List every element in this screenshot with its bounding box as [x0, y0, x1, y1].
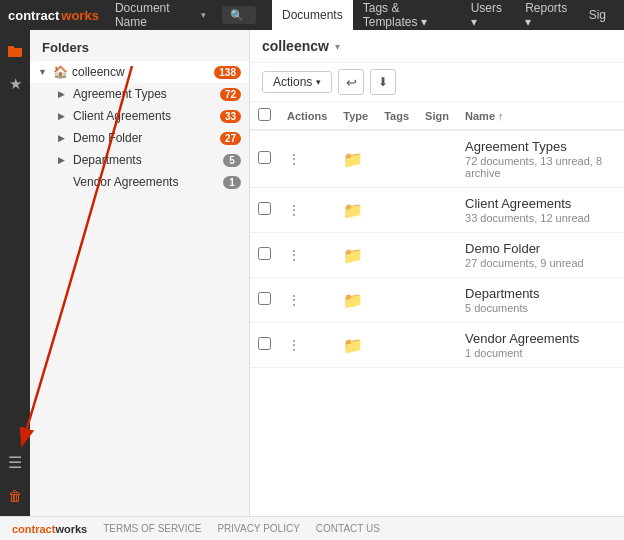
logo: contractworks	[8, 8, 99, 23]
tree-item-departments[interactable]: ▶ Departments 5	[50, 149, 249, 171]
table-row: ⋮ 📁 Client Agreements 33 documents, 12 u…	[250, 188, 624, 233]
row-name-cell[interactable]: Departments 5 documents	[457, 278, 624, 323]
row-sign-cell	[417, 323, 457, 368]
sidebar-wrapper: ★ ☰ 🗑 Folders ▼ 🏠 colle	[0, 30, 250, 516]
table-row: ⋮ 📁 Demo Folder 27 documents, 9 unread	[250, 233, 624, 278]
top-navigation: contractworks Document Name ▾ 🔍 Document…	[0, 0, 624, 30]
tree-badge: 27	[220, 132, 241, 145]
row-type-cell: 📁	[335, 130, 376, 188]
row-name-text: Departments	[465, 286, 616, 301]
row-actions-button[interactable]: ⋮	[287, 337, 302, 353]
row-checkbox-cell	[250, 130, 279, 188]
tree-badge: 72	[220, 88, 241, 101]
row-tags-cell	[376, 233, 417, 278]
row-checkbox-4[interactable]	[258, 337, 271, 350]
main-layout: ★ ☰ 🗑 Folders ▼ 🏠 colle	[0, 30, 624, 516]
select-all-checkbox[interactable]	[258, 108, 271, 121]
nav-users[interactable]: Users ▾	[461, 0, 515, 30]
row-meta-text: 27 documents, 9 unread	[465, 257, 616, 269]
row-actions-button[interactable]: ⋮	[287, 151, 302, 167]
actions-button[interactable]: Actions ▾	[262, 71, 332, 93]
nav-documents[interactable]: Documents	[272, 0, 353, 30]
tree-expand-icon: ▶	[58, 89, 70, 99]
action-bar: Actions ▾ ↩ ⬇	[250, 63, 624, 102]
sidebar-icon-folder[interactable]	[1, 38, 29, 66]
row-checkbox-3[interactable]	[258, 292, 271, 305]
footer: contractworks Terms of Service Privacy P…	[0, 516, 624, 540]
nav-sig[interactable]: Sig	[579, 0, 616, 30]
tree-expand-icon: ▶	[58, 155, 70, 165]
footer-logo-contract: contract	[12, 523, 55, 535]
row-type-cell: 📁	[335, 233, 376, 278]
trash-icon[interactable]: 🗑	[1, 482, 29, 510]
sidebar-header: Folders	[30, 30, 249, 61]
row-checkbox-0[interactable]	[258, 151, 271, 164]
row-actions-cell: ⋮	[279, 130, 335, 188]
tree-label: Demo Folder	[73, 131, 220, 145]
back-icon: ↩	[346, 75, 357, 90]
row-checkbox-cell	[250, 278, 279, 323]
list-icon[interactable]: ☰	[1, 448, 29, 476]
download-button[interactable]: ⬇	[370, 69, 396, 95]
row-meta-text: 1 document	[465, 347, 616, 359]
row-checkbox-1[interactable]	[258, 202, 271, 215]
icon-strip: ★ ☰ 🗑	[0, 30, 30, 516]
table-row: ⋮ 📁 Departments 5 documents	[250, 278, 624, 323]
row-actions-button[interactable]: ⋮	[287, 292, 302, 308]
col-actions-header: Actions	[279, 102, 335, 130]
tree-label: Vendor Agreements	[73, 175, 223, 189]
search-icon: 🔍	[230, 9, 244, 22]
col-check-header	[250, 102, 279, 130]
nav-links: Documents Tags & Templates ▾ Users ▾ Rep…	[272, 0, 616, 30]
logo-contract: contract	[8, 8, 59, 23]
sidebar-tree-panel: Folders ▼ 🏠 colleencw 138 ▶ Agreement Ty…	[30, 30, 250, 516]
row-checkbox-cell	[250, 188, 279, 233]
download-icon: ⬇	[378, 75, 388, 89]
row-checkbox-2[interactable]	[258, 247, 271, 260]
col-sign-header: Sign	[417, 102, 457, 130]
search-box: 🔍	[222, 6, 256, 24]
row-name-cell[interactable]: Agreement Types 72 documents, 13 unread,…	[457, 130, 624, 188]
footer-contact[interactable]: Contact Us	[316, 523, 380, 534]
doc-name-dropdown[interactable]: Document Name ▾	[107, 0, 214, 31]
footer-terms[interactable]: Terms of Service	[103, 523, 201, 534]
nav-tags-templates[interactable]: Tags & Templates ▾	[353, 0, 461, 30]
tree-badge: 33	[220, 110, 241, 123]
breadcrumb-title: colleencw	[262, 38, 329, 54]
nav-reports[interactable]: Reports ▾	[515, 0, 579, 30]
row-name-cell[interactable]: Demo Folder 27 documents, 9 unread	[457, 233, 624, 278]
tree-badge: 1	[223, 176, 241, 189]
back-button[interactable]: ↩	[338, 69, 364, 95]
tree-label: Departments	[73, 153, 223, 167]
row-type-cell: 📁	[335, 323, 376, 368]
col-type-header: Type	[335, 102, 376, 130]
row-actions-cell: ⋮	[279, 323, 335, 368]
row-actions-cell: ⋮	[279, 188, 335, 233]
tree-item-client-agreements[interactable]: ▶ Client Agreements 33	[50, 105, 249, 127]
row-meta-text: 33 documents, 12 unread	[465, 212, 616, 224]
tree-children: ▶ Agreement Types 72 ▶ Client Agreements…	[30, 83, 249, 193]
tree-expand-icon: ▶	[58, 111, 70, 121]
tree-root-item[interactable]: ▼ 🏠 colleencw 138	[30, 61, 249, 83]
breadcrumb-chevron-icon[interactable]: ▾	[335, 41, 340, 52]
logo-works: works	[61, 8, 99, 23]
tree-item-demo-folder[interactable]: ▶ Demo Folder 27	[50, 127, 249, 149]
col-tags-header: Tags	[376, 102, 417, 130]
row-actions-button[interactable]: ⋮	[287, 247, 302, 263]
col-name-header[interactable]: Name	[457, 102, 624, 130]
tree-item-agreement-types[interactable]: ▶ Agreement Types 72	[50, 83, 249, 105]
tree-badge: 5	[223, 154, 241, 167]
tree-item-vendor-agreements[interactable]: ▶ Vendor Agreements 1	[50, 171, 249, 193]
folder-icon: 📁	[343, 151, 363, 168]
row-name-cell[interactable]: Vendor Agreements 1 document	[457, 323, 624, 368]
tree-label: Client Agreements	[73, 109, 220, 123]
sidebar-icon-star[interactable]: ★	[1, 70, 29, 98]
row-meta-text: 5 documents	[465, 302, 616, 314]
table-row: ⋮ 📁 Agreement Types 72 documents, 13 unr…	[250, 130, 624, 188]
row-actions-button[interactable]: ⋮	[287, 202, 302, 218]
row-name-cell[interactable]: Client Agreements 33 documents, 12 unrea…	[457, 188, 624, 233]
row-tags-cell	[376, 323, 417, 368]
tree-root-label: colleencw	[72, 65, 214, 79]
footer-privacy[interactable]: Privacy Policy	[217, 523, 299, 534]
footer-logo-works: works	[55, 523, 87, 535]
